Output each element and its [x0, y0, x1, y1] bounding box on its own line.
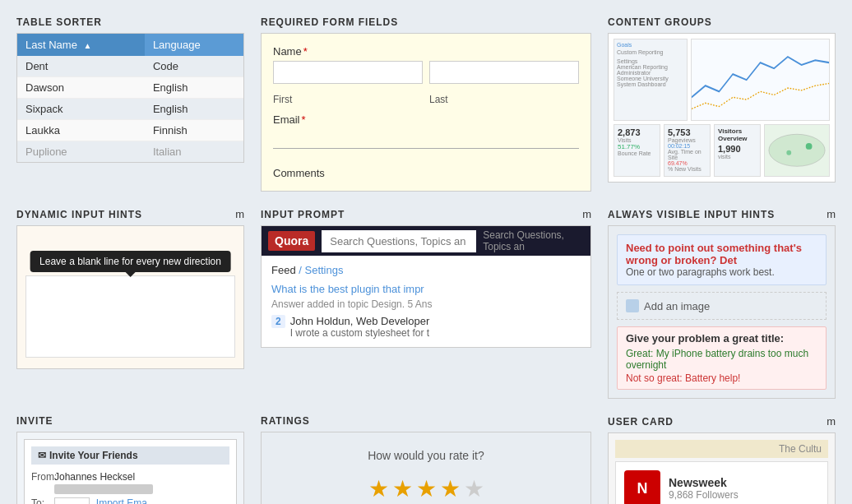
dynamic-hints-widget: DYNAMIC INPUT HINTS m Leave a blank line… [16, 208, 244, 399]
title-hint-box: Give your problem a great title: Great: … [617, 326, 827, 390]
image-hint-label: Add an image [644, 300, 710, 312]
invite-widget: INVITE ✉ Invite Your Friends From: Johan… [16, 415, 244, 504]
hint-sub-text: One or two paragraphs work best. [626, 266, 817, 278]
table-row: Laukka [17, 120, 145, 141]
email-input[interactable] [273, 129, 579, 149]
table-row: English [145, 99, 243, 120]
svg-point-2 [786, 150, 791, 155]
cg-stat-pages: 5,753 Pageviews 00:02:15 Avg. Time on Si… [664, 124, 711, 177]
image-icon [626, 299, 639, 312]
from-value: Johannes Hecksel [54, 471, 229, 494]
answerer-name: John Holdun, Web Developer [290, 315, 430, 327]
always-visible-hints-title: ALWAYS VISIBLE INPUT HINTS [608, 209, 775, 220]
dynamic-textarea[interactable] [25, 275, 235, 358]
star-4[interactable]: ★ [440, 475, 461, 502]
svg-point-0 [769, 135, 825, 167]
required-form-title: REQUIRED FORM FIELDS [261, 16, 398, 28]
quora-search-placeholder: Search Questions, Topics an [483, 229, 584, 252]
star-rating[interactable]: ★ ★ ★ ★ ★ [278, 475, 574, 502]
required-form-widget: REQUIRED FORM FIELDS Name* First Last [261, 16, 591, 192]
star-5[interactable]: ★ [464, 475, 484, 502]
usercard-logo: N [624, 470, 660, 504]
table-row: English [145, 77, 243, 99]
cg-stat-visits: 2,873 Visits 51.77% Bounce Rate [614, 124, 660, 177]
content-groups-title: CONTENT GROUPS [608, 16, 712, 28]
table-row: Dawson [17, 77, 145, 99]
usercard-followers: 9,868 Followers [669, 489, 739, 501]
star-1[interactable]: ★ [368, 475, 389, 502]
user-card-inner: N Newsweek 9,868 Followers [615, 461, 828, 504]
hint-title-text: Need to point out something that's wrong… [626, 242, 817, 266]
import-link[interactable]: Import Ema [96, 497, 147, 504]
quora-content: Feed / Settings What is the best plugin … [262, 256, 590, 347]
svg-point-1 [806, 143, 813, 150]
content-groups-widget: CONTENT GROUPS Goals Custom Reporting Se… [608, 16, 836, 192]
title-hint-header: Give your problem a great title: [626, 332, 817, 344]
table-row: Sixpack [17, 99, 145, 120]
input-prompt-widget: INPUT PROMPT m Quora Search Questions, T… [261, 208, 591, 399]
required-mark: * [303, 45, 308, 58]
image-hint-area[interactable]: Add an image [617, 292, 827, 320]
cg-sidebar: Goals Custom Reporting Settings American… [614, 39, 688, 121]
star-3[interactable]: ★ [416, 475, 437, 502]
email-label: Email [273, 113, 300, 126]
from-email-blurred [54, 484, 153, 494]
col-lastname[interactable]: Last Name ▲ [17, 34, 145, 56]
table-row: Italian [145, 141, 243, 163]
input-hint-tooltip: Leave a blank line for every new directi… [30, 251, 231, 272]
always-visible-hints-widget: ALWAYS VISIBLE INPUT HINTS m Need to poi… [608, 208, 836, 399]
last-name-input[interactable] [429, 61, 579, 84]
settings-link[interactable]: / Settings [299, 264, 343, 276]
input-prompt-badge: m [582, 208, 591, 220]
user-card-widget: USER CARD m The Cultu N Newsweek 9,868 F… [608, 415, 836, 504]
quora-logo: Quora [268, 231, 315, 251]
first-name-input[interactable] [273, 61, 423, 84]
user-card-badge: m [827, 415, 836, 428]
quora-search-input[interactable] [322, 230, 476, 252]
invite-title: INVITE [16, 415, 53, 427]
name-label: Name [273, 45, 302, 58]
quora-bar: Quora Search Questions, Topics an [262, 226, 590, 256]
answer-excerpt: I wrote a custom stylesheet for t [290, 327, 430, 339]
comments-label: Comments [273, 167, 325, 179]
table-row: Finnish [145, 120, 243, 141]
feed-label: Feed [271, 264, 296, 276]
invite-icon: ✉ [38, 450, 46, 461]
answer-meta: Answer added in topic Design. 5 Ans [271, 298, 581, 310]
col-language[interactable]: Language [145, 34, 243, 56]
hint-header: Need to point out something that's wrong… [617, 234, 827, 285]
answer-num-badge: 2 [271, 315, 285, 328]
dynamic-hints-title: DYNAMIC INPUT HINTS [16, 209, 142, 220]
bad-example: Not so great: Battery help! [626, 372, 817, 384]
table-sorter-widget: TABLE SORTER Last Name ▲ Language [16, 16, 244, 192]
cg-map [764, 124, 830, 177]
good-example: Great: My iPhone battery drains too much… [626, 348, 817, 371]
usercard-teaser: The Cultu [779, 443, 822, 455]
sort-icon: ▲ [84, 41, 92, 50]
to-label: To: [31, 497, 54, 504]
table-sorter-title: TABLE SORTER [16, 16, 102, 28]
usercard-name: Newsweek [669, 476, 739, 489]
table-row: Puplione [17, 141, 145, 163]
ratings-title: RATINGS [261, 415, 310, 427]
star-2[interactable]: ★ [392, 475, 413, 502]
invite-panel-title: ✉ Invite Your Friends [31, 446, 229, 465]
last-label: Last [429, 94, 579, 105]
invite-to-input[interactable] [54, 497, 90, 504]
table-row: Dent [17, 56, 145, 77]
first-label: First [273, 94, 423, 105]
usercard-info: Newsweek 9,868 Followers [669, 476, 739, 501]
dynamic-hints-badge: m [235, 208, 244, 220]
question-link[interactable]: What is the best plugin that impr [271, 283, 581, 295]
input-prompt-title: INPUT PROMPT [261, 209, 345, 220]
ratings-question: How would you rate it? [278, 449, 574, 462]
always-visible-hints-badge: m [827, 208, 836, 220]
cg-stat-visitors: Visitors Overview 1,990 visits [714, 124, 761, 177]
ratings-widget: RATINGS How would you rate it? ★ ★ ★ ★ ★ [261, 415, 591, 504]
from-label: From: [31, 471, 54, 494]
user-card-title: USER CARD [608, 416, 674, 428]
cg-chart [691, 39, 830, 121]
table-row: Code [145, 56, 243, 77]
